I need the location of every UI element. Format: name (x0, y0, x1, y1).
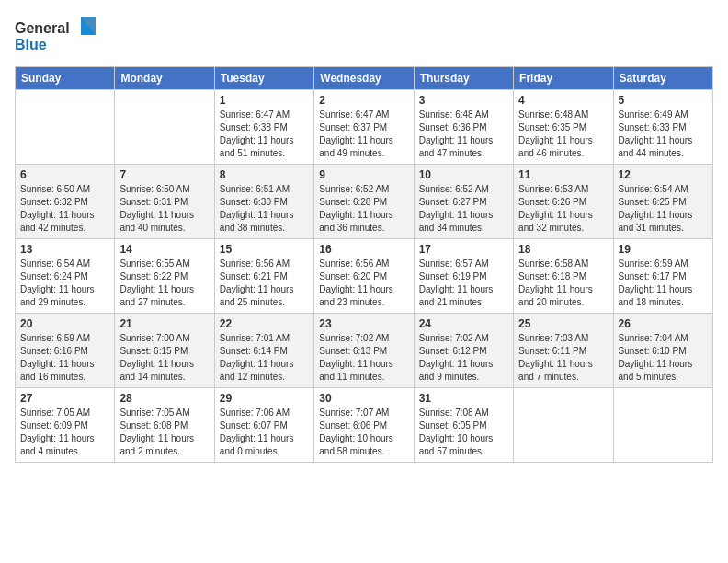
day-number: 9 (319, 168, 408, 181)
calendar-day: 27Sunrise: 7:05 AM Sunset: 6:09 PM Dayli… (16, 388, 115, 463)
calendar-day: 26Sunrise: 7:04 AM Sunset: 6:10 PM Dayli… (613, 314, 712, 388)
calendar-day: 22Sunrise: 7:01 AM Sunset: 6:14 PM Dayli… (214, 314, 313, 388)
day-number: 3 (419, 94, 508, 107)
calendar-day: 2Sunrise: 6:47 AM Sunset: 6:37 PM Daylig… (314, 90, 414, 165)
calendar-table: SundayMondayTuesdayWednesdayThursdayFrid… (15, 66, 713, 463)
day-info: Sunrise: 7:03 AM Sunset: 6:11 PM Dayligh… (518, 332, 608, 384)
weekday-header-row: SundayMondayTuesdayWednesdayThursdayFrid… (16, 67, 713, 90)
calendar-day: 1Sunrise: 6:47 AM Sunset: 6:38 PM Daylig… (214, 90, 313, 165)
day-number: 20 (20, 317, 109, 330)
day-info: Sunrise: 7:01 AM Sunset: 6:14 PM Dayligh… (220, 332, 309, 384)
calendar-day: 13Sunrise: 6:54 AM Sunset: 6:24 PM Dayli… (16, 239, 115, 314)
calendar-day (514, 388, 613, 463)
day-number: 17 (419, 243, 508, 256)
day-info: Sunrise: 6:52 AM Sunset: 6:27 PM Dayligh… (419, 183, 508, 235)
day-info: Sunrise: 6:48 AM Sunset: 6:36 PM Dayligh… (419, 109, 508, 160)
day-number: 30 (319, 392, 408, 405)
calendar-day: 11Sunrise: 6:53 AM Sunset: 6:26 PM Dayli… (514, 165, 613, 239)
day-number: 16 (319, 243, 408, 256)
calendar-day: 5Sunrise: 6:49 AM Sunset: 6:33 PM Daylig… (613, 90, 712, 165)
calendar-day: 24Sunrise: 7:02 AM Sunset: 6:12 PM Dayli… (414, 314, 513, 388)
day-number: 15 (220, 243, 309, 256)
day-info: Sunrise: 7:05 AM Sunset: 6:09 PM Dayligh… (20, 407, 109, 458)
weekday-header-thursday: Thursday (414, 67, 513, 90)
day-info: Sunrise: 7:05 AM Sunset: 6:08 PM Dayligh… (119, 407, 209, 458)
calendar-day: 18Sunrise: 6:58 AM Sunset: 6:18 PM Dayli… (514, 239, 613, 314)
calendar-week-1: 1Sunrise: 6:47 AM Sunset: 6:38 PM Daylig… (16, 90, 713, 165)
calendar-day (16, 90, 115, 165)
day-info: Sunrise: 7:00 AM Sunset: 6:15 PM Dayligh… (119, 332, 209, 384)
day-info: Sunrise: 6:54 AM Sunset: 6:25 PM Dayligh… (619, 183, 708, 235)
day-number: 6 (20, 168, 109, 181)
day-number: 14 (119, 243, 209, 256)
logo: General Blue (15, 15, 97, 55)
day-info: Sunrise: 6:47 AM Sunset: 6:38 PM Dayligh… (220, 109, 309, 160)
day-info: Sunrise: 6:59 AM Sunset: 6:17 PM Dayligh… (619, 258, 708, 309)
day-number: 29 (220, 392, 309, 405)
day-info: Sunrise: 6:52 AM Sunset: 6:28 PM Dayligh… (319, 183, 408, 235)
calendar-day: 8Sunrise: 6:51 AM Sunset: 6:30 PM Daylig… (214, 165, 313, 239)
day-number: 23 (319, 317, 408, 330)
day-number: 18 (518, 243, 608, 256)
day-number: 25 (518, 317, 608, 330)
day-number: 24 (419, 317, 508, 330)
weekday-header-friday: Friday (514, 67, 613, 90)
day-info: Sunrise: 6:58 AM Sunset: 6:18 PM Dayligh… (518, 258, 608, 309)
calendar-day: 14Sunrise: 6:55 AM Sunset: 6:22 PM Dayli… (115, 239, 214, 314)
calendar-week-3: 13Sunrise: 6:54 AM Sunset: 6:24 PM Dayli… (16, 239, 713, 314)
day-number: 11 (518, 168, 608, 181)
weekday-header-saturday: Saturday (613, 67, 712, 90)
calendar-day: 17Sunrise: 6:57 AM Sunset: 6:19 PM Dayli… (414, 239, 513, 314)
calendar-day: 30Sunrise: 7:07 AM Sunset: 6:06 PM Dayli… (314, 388, 414, 463)
calendar-day (115, 90, 214, 165)
day-info: Sunrise: 6:55 AM Sunset: 6:22 PM Dayligh… (119, 258, 209, 309)
day-number: 26 (619, 317, 708, 330)
calendar-day: 28Sunrise: 7:05 AM Sunset: 6:08 PM Dayli… (115, 388, 214, 463)
day-info: Sunrise: 7:07 AM Sunset: 6:06 PM Dayligh… (319, 407, 408, 458)
calendar-day: 23Sunrise: 7:02 AM Sunset: 6:13 PM Dayli… (314, 314, 414, 388)
weekday-header-wednesday: Wednesday (314, 67, 414, 90)
day-number: 2 (319, 94, 408, 107)
day-info: Sunrise: 6:57 AM Sunset: 6:19 PM Dayligh… (419, 258, 508, 309)
day-number: 28 (119, 392, 209, 405)
day-number: 1 (220, 94, 309, 107)
day-info: Sunrise: 6:51 AM Sunset: 6:30 PM Dayligh… (220, 183, 309, 235)
day-info: Sunrise: 7:08 AM Sunset: 6:05 PM Dayligh… (419, 407, 508, 458)
weekday-header-sunday: Sunday (16, 67, 115, 90)
day-info: Sunrise: 7:02 AM Sunset: 6:12 PM Dayligh… (419, 332, 508, 384)
calendar-day: 6Sunrise: 6:50 AM Sunset: 6:32 PM Daylig… (16, 165, 115, 239)
day-info: Sunrise: 6:53 AM Sunset: 6:26 PM Dayligh… (518, 183, 608, 235)
day-info: Sunrise: 6:47 AM Sunset: 6:37 PM Dayligh… (319, 109, 408, 160)
day-info: Sunrise: 6:48 AM Sunset: 6:35 PM Dayligh… (518, 109, 608, 160)
logo-icon: General Blue (15, 15, 97, 55)
calendar-day: 4Sunrise: 6:48 AM Sunset: 6:35 PM Daylig… (514, 90, 613, 165)
day-number: 7 (119, 168, 209, 181)
calendar-day: 31Sunrise: 7:08 AM Sunset: 6:05 PM Dayli… (414, 388, 513, 463)
calendar-week-5: 27Sunrise: 7:05 AM Sunset: 6:09 PM Dayli… (16, 388, 713, 463)
day-number: 4 (518, 94, 608, 107)
day-info: Sunrise: 7:04 AM Sunset: 6:10 PM Dayligh… (619, 332, 708, 384)
day-info: Sunrise: 6:50 AM Sunset: 6:31 PM Dayligh… (119, 183, 209, 235)
day-info: Sunrise: 6:54 AM Sunset: 6:24 PM Dayligh… (20, 258, 109, 309)
day-number: 13 (20, 243, 109, 256)
calendar-day: 7Sunrise: 6:50 AM Sunset: 6:31 PM Daylig… (115, 165, 214, 239)
day-number: 19 (619, 243, 708, 256)
day-number: 31 (419, 392, 508, 405)
svg-text:General: General (15, 20, 70, 36)
calendar-day: 10Sunrise: 6:52 AM Sunset: 6:27 PM Dayli… (414, 165, 513, 239)
day-number: 21 (119, 317, 209, 330)
day-info: Sunrise: 6:49 AM Sunset: 6:33 PM Dayligh… (619, 109, 708, 160)
day-number: 27 (20, 392, 109, 405)
day-number: 22 (220, 317, 309, 330)
calendar-day: 21Sunrise: 7:00 AM Sunset: 6:15 PM Dayli… (115, 314, 214, 388)
calendar-day: 29Sunrise: 7:06 AM Sunset: 6:07 PM Dayli… (214, 388, 313, 463)
calendar-day: 9Sunrise: 6:52 AM Sunset: 6:28 PM Daylig… (314, 165, 414, 239)
calendar-day (613, 388, 712, 463)
calendar-week-4: 20Sunrise: 6:59 AM Sunset: 6:16 PM Dayli… (16, 314, 713, 388)
calendar-week-2: 6Sunrise: 6:50 AM Sunset: 6:32 PM Daylig… (16, 165, 713, 239)
calendar-day: 12Sunrise: 6:54 AM Sunset: 6:25 PM Dayli… (613, 165, 712, 239)
calendar-day: 25Sunrise: 7:03 AM Sunset: 6:11 PM Dayli… (514, 314, 613, 388)
day-info: Sunrise: 6:56 AM Sunset: 6:21 PM Dayligh… (220, 258, 309, 309)
day-number: 12 (619, 168, 708, 181)
day-info: Sunrise: 6:59 AM Sunset: 6:16 PM Dayligh… (20, 332, 109, 384)
